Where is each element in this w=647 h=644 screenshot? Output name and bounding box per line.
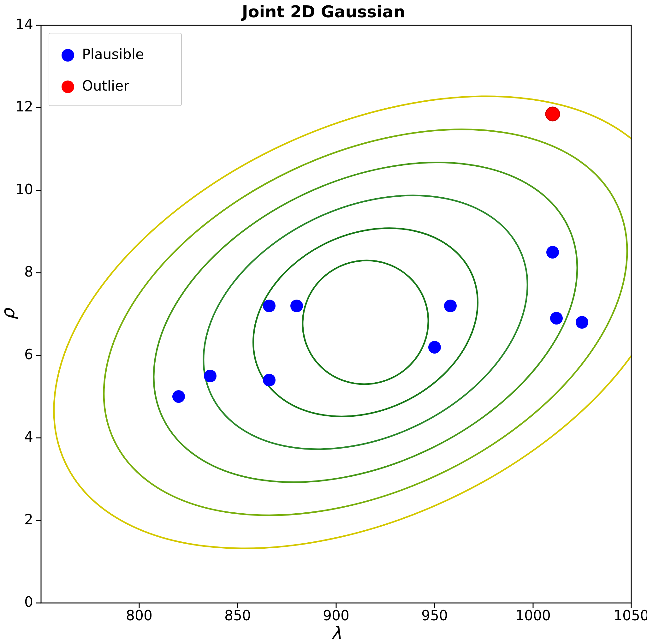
x-tick-800: 800 [126,607,152,624]
x-tick-850: 850 [224,607,251,624]
legend-outlier-dot [62,80,74,93]
y-tick-2: 2 [24,511,33,527]
red-point-1 [546,107,560,121]
blue-point-8 [546,246,559,259]
legend-outlier-label: Outlier [82,78,129,94]
y-tick-6: 6 [24,346,33,362]
blue-point-9 [550,312,563,325]
x-tick-900: 900 [323,607,349,624]
chart-title: Joint 2D Gaussian [241,2,405,21]
y-tick-4: 4 [24,429,33,445]
blue-point-7 [444,300,457,312]
blue-point-3 [263,300,276,312]
y-tick-0: 0 [24,594,33,610]
blue-point-2 [204,370,217,382]
blue-point-4 [290,300,303,312]
y-tick-14: 14 [15,16,33,32]
x-tick-1050: 1050 [614,607,647,624]
y-tick-10: 10 [15,181,33,197]
svg-rect-2 [41,25,631,603]
chart-container: Joint 2D Gaussian 800 850 900 950 1000 1… [0,0,647,644]
legend-plausible-label: Plausible [82,46,144,62]
x-tick-950: 950 [421,607,448,624]
y-axis-label: ρ [0,307,18,320]
blue-point-6 [428,341,441,354]
legend-plausible-dot [62,49,74,62]
legend-box [49,33,182,106]
y-tick-12: 12 [15,98,33,115]
y-tick-8: 8 [24,264,33,280]
blue-point-1 [172,390,185,403]
blue-point-5 [263,374,276,386]
blue-point-10 [576,316,588,329]
x-axis-label: λ [331,623,341,643]
x-tick-1000: 1000 [515,607,551,624]
